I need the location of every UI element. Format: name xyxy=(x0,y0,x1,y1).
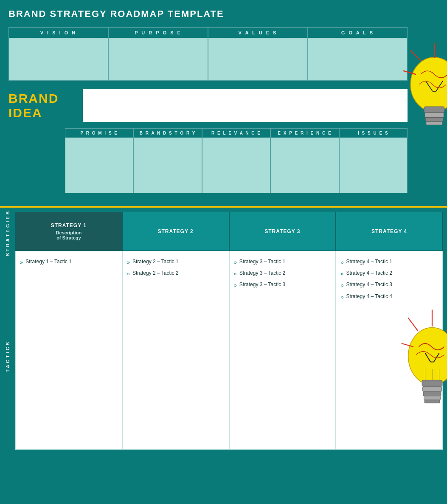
tactic-item: » Strategy 2 – Tactic 1 xyxy=(127,258,225,266)
tactic-arrow-icon: » xyxy=(340,270,343,278)
vision-col: V I S I O N xyxy=(8,27,108,81)
goals-body[interactable] xyxy=(308,38,407,80)
vpvg-section: V I S I O N P U R P O S E V A L U E S G … xyxy=(8,27,408,81)
goals-col: G O A L S xyxy=(308,27,408,81)
brandstory-body[interactable] xyxy=(134,138,201,193)
tactic-text: Strategy 3 – Tactic 3 xyxy=(239,281,286,288)
strategy-3-tactics-col[interactable]: » Strategy 3 – Tactic 1 » Strategy 3 – T… xyxy=(229,251,336,450)
lightbulb-bottom-decoration xyxy=(400,284,447,454)
strategy-header-row: STRATEGY 1 Description of Strategy STRAT… xyxy=(15,212,443,251)
strategy-1-tactics-col[interactable]: » Strategy 1 – Tactic 1 xyxy=(15,251,122,450)
values-body[interactable] xyxy=(208,38,307,80)
svg-rect-25 xyxy=(424,396,441,400)
tactic-arrow-icon: » xyxy=(20,259,23,266)
tactic-arrow-icon: » xyxy=(234,270,237,278)
relevance-header: R E L E V A N C E xyxy=(202,129,270,138)
purpose-body[interactable] xyxy=(109,38,208,80)
strategy-3-title: STRATEGY 3 xyxy=(264,228,300,234)
experience-header: E X P E R I E N C E xyxy=(271,129,338,138)
issues-col: I S S U E S xyxy=(339,128,408,193)
tactic-item: » Strategy 1 – Tactic 1 xyxy=(20,258,118,266)
svg-rect-24 xyxy=(423,391,441,396)
purpose-col: P U R P O S E xyxy=(108,27,208,81)
promise-col: P R O M I S E xyxy=(65,128,133,193)
pbre-cols: P R O M I S E B R A N D S T O R Y R E L … xyxy=(65,128,408,193)
tactic-item: » Strategy 3 – Tactic 3 xyxy=(234,281,332,289)
strategy-2-header: STRATEGY 2 xyxy=(123,212,229,251)
tactic-arrow-icon: » xyxy=(234,259,237,266)
svg-rect-23 xyxy=(423,386,442,391)
svg-rect-9 xyxy=(424,107,444,113)
tactic-arrow-icon: » xyxy=(127,270,130,278)
issues-body[interactable] xyxy=(340,138,407,193)
promise-body[interactable] xyxy=(65,138,133,193)
top-section: BRAND STRATEGY ROADMAP TEMPLATE V I S I … xyxy=(0,0,447,206)
strategy-1-title: STRATEGY 1 xyxy=(51,222,87,228)
experience-body[interactable] xyxy=(271,138,338,193)
tactic-item: » Strategy 3 – Tactic 1 xyxy=(234,258,332,266)
tactic-text: Strategy 2 – Tactic 2 xyxy=(132,270,179,277)
svg-line-1 xyxy=(410,51,421,61)
bottom-section: STRATEGIES TACTICS STRATEGY 1 Descriptio… xyxy=(0,208,447,454)
svg-rect-10 xyxy=(425,113,444,117)
strategy-3-header-col: STRATEGY 3 xyxy=(229,212,336,251)
tactics-row: » Strategy 1 – Tactic 1 » Strategy 2 – T… xyxy=(15,251,443,450)
strategy-3-header: STRATEGY 3 xyxy=(230,212,336,251)
tactic-arrow-icon: » xyxy=(127,259,130,266)
svg-line-14 xyxy=(408,318,418,331)
tactic-text: Strategy 4 – Tactic 1 xyxy=(346,258,392,265)
brand-idea-input[interactable] xyxy=(83,89,408,122)
tactic-text: Strategy 4 – Tactic 2 xyxy=(346,270,392,277)
tactic-arrow-icon: » xyxy=(340,259,343,266)
strategies-tactics-grid: STRATEGY 1 Description of Strategy STRAT… xyxy=(15,208,447,454)
brandstory-col: B R A N D S T O R Y xyxy=(133,128,202,193)
tactic-arrow-icon: » xyxy=(340,282,343,289)
brandstory-header: B R A N D S T O R Y xyxy=(134,129,201,138)
tactics-label-area: TACTICS xyxy=(0,259,15,454)
brand-idea-row: BRANDIDEA xyxy=(8,89,408,122)
tactic-text: Strategy 2 – Tactic 1 xyxy=(132,258,179,265)
strategy-4-title: STRATEGY 4 xyxy=(371,228,407,234)
strategy-4-header: STRATEGY 4 xyxy=(336,212,442,251)
experience-col: E X P E R I E N C E xyxy=(270,128,339,193)
tactic-arrow-icon: » xyxy=(234,282,237,289)
tactic-item: » Strategy 2 – Tactic 2 xyxy=(127,270,225,278)
strategy-1-subtitle: Description of Strategy xyxy=(56,230,82,240)
tactic-text: Strategy 1 – Tactic 1 xyxy=(25,258,72,265)
strategy-2-title: STRATEGY 2 xyxy=(158,228,194,234)
vision-header: V I S I O N xyxy=(9,28,108,38)
goals-header: G O A L S xyxy=(308,28,407,38)
tactic-text: Strategy 4 – Tactic 4 xyxy=(346,293,392,300)
strategy-1-header: STRATEGY 1 Description of Strategy xyxy=(16,212,122,251)
values-header: V A L U E S xyxy=(208,28,307,38)
pbre-section: P R O M I S E B R A N D S T O R Y R E L … xyxy=(8,128,408,193)
promise-header: P R O M I S E xyxy=(65,129,133,138)
purpose-header: P U R P O S E xyxy=(109,28,208,38)
values-col: V A L U E S xyxy=(208,27,308,81)
tactic-item: » Strategy 4 – Tactic 2 xyxy=(340,270,438,278)
strategy-2-tactics-col[interactable]: » Strategy 2 – Tactic 1 » Strategy 2 – T… xyxy=(122,251,229,450)
issues-header: I S S U E S xyxy=(340,129,407,138)
brand-idea-label: BRANDIDEA xyxy=(8,91,83,121)
labels-column: STRATEGIES TACTICS xyxy=(0,208,15,454)
svg-rect-12 xyxy=(426,121,442,125)
strategies-label-area: STRATEGIES xyxy=(0,208,15,259)
strategy-4-header-col: STRATEGY 4 xyxy=(336,212,443,251)
svg-point-0 xyxy=(410,57,447,112)
tactic-text: Strategy 3 – Tactic 1 xyxy=(239,258,286,265)
svg-rect-26 xyxy=(425,400,440,403)
svg-point-13 xyxy=(408,328,447,385)
tactic-item: » Strategy 3 – Tactic 2 xyxy=(234,270,332,278)
relevance-col: R E L E V A N C E xyxy=(202,128,270,193)
strategy-1-header-col: STRATEGY 1 Description of Strategy xyxy=(15,212,122,251)
strategies-label: STRATEGIES xyxy=(5,210,10,256)
tactic-text: Strategy 3 – Tactic 2 xyxy=(239,270,286,277)
tactic-item: » Strategy 4 – Tactic 1 xyxy=(340,258,438,266)
main-title: BRAND STRATEGY ROADMAP TEMPLATE xyxy=(8,8,439,20)
tactics-label: TACTICS xyxy=(5,341,10,372)
vision-body[interactable] xyxy=(9,38,108,80)
tactic-text: Strategy 4 – Tactic 3 xyxy=(346,281,392,288)
relevance-body[interactable] xyxy=(202,138,270,193)
svg-rect-11 xyxy=(425,118,443,122)
svg-rect-22 xyxy=(422,380,442,386)
